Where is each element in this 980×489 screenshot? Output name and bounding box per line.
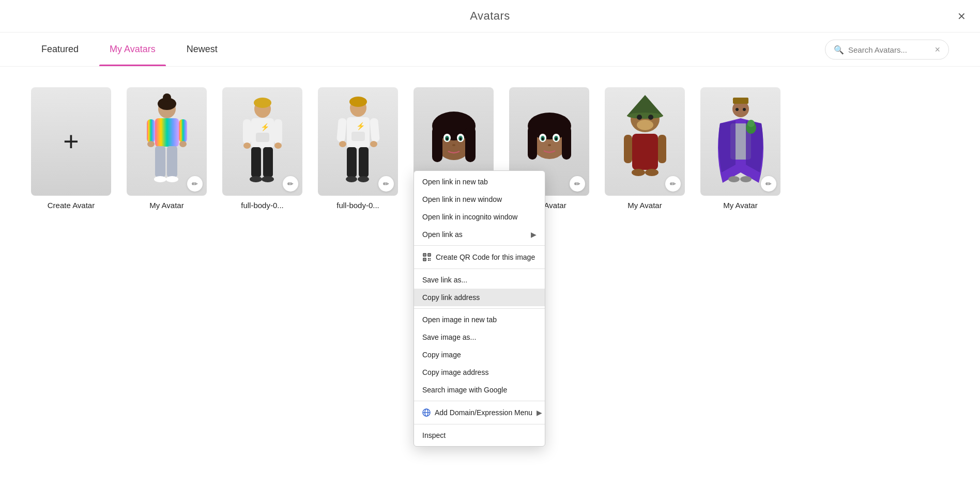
svg-rect-83 bbox=[424, 255, 425, 256]
svg-rect-28 bbox=[351, 132, 365, 141]
avatar-label-7: My Avatar bbox=[700, 201, 780, 210]
svg-point-23 bbox=[250, 176, 262, 182]
edit-button-7[interactable]: ✏ bbox=[761, 176, 776, 192]
ctx-save-link[interactable]: Save link as... bbox=[414, 271, 545, 289]
svg-rect-21 bbox=[251, 147, 261, 177]
svg-point-71 bbox=[645, 169, 659, 176]
avatar-card-3[interactable]: ⚡ ✏ full-body-0... bbox=[318, 87, 398, 210]
edit-button-6[interactable]: ✏ bbox=[665, 176, 681, 192]
svg-rect-3 bbox=[155, 118, 179, 147]
ctx-open-incognito[interactable]: Open link in incognito window bbox=[414, 208, 545, 226]
edit-button-1[interactable]: ✏ bbox=[187, 176, 203, 192]
svg-point-68 bbox=[637, 115, 642, 120]
svg-point-59 bbox=[555, 137, 557, 140]
ctx-inspect[interactable]: Inspect bbox=[414, 427, 545, 444]
svg-point-32 bbox=[339, 141, 346, 147]
svg-rect-75 bbox=[733, 98, 748, 104]
avatar-card-7[interactable]: ★ ★ ★ ✏ My Avatar bbox=[700, 87, 780, 210]
ctx-separator-1 bbox=[414, 245, 545, 246]
page-title: Avatars bbox=[470, 9, 510, 23]
avatar-image-1 bbox=[139, 92, 195, 191]
ctx-separator-3 bbox=[414, 308, 545, 309]
svg-rect-61 bbox=[632, 134, 658, 170]
qr-icon bbox=[422, 253, 432, 262]
svg-point-24 bbox=[262, 176, 274, 182]
search-icon: 🔍 bbox=[834, 44, 844, 54]
header: Avatars × bbox=[0, 0, 980, 33]
ctx-save-image[interactable]: Save image as... bbox=[414, 328, 545, 346]
svg-point-47 bbox=[460, 137, 462, 140]
svg-point-58 bbox=[542, 137, 544, 140]
avatar-image-7: ★ ★ ★ bbox=[712, 92, 769, 191]
svg-point-26 bbox=[349, 97, 367, 107]
create-avatar-card[interactable]: + Create Avatar bbox=[31, 87, 111, 210]
svg-point-33 bbox=[370, 141, 377, 147]
ctx-open-image-tab[interactable]: Open image in new tab bbox=[414, 311, 545, 328]
svg-point-79 bbox=[747, 120, 755, 127]
svg-rect-63 bbox=[658, 135, 666, 163]
ctx-create-qr[interactable]: Create QR Code for this image bbox=[414, 248, 545, 266]
avatar-thumb-3: ⚡ ✏ bbox=[318, 87, 398, 196]
avatar-image-3: ⚡ bbox=[330, 92, 387, 191]
ctx-arrow-open-link-as: ▶ bbox=[531, 230, 537, 239]
svg-rect-41 bbox=[465, 126, 476, 162]
svg-point-37 bbox=[358, 176, 369, 182]
svg-rect-85 bbox=[429, 255, 430, 256]
edit-button-3[interactable]: ✏ bbox=[378, 176, 394, 192]
ctx-separator-2 bbox=[414, 269, 545, 269]
svg-point-10 bbox=[154, 176, 166, 182]
avatar-thumb-2: ⚡ ✏ bbox=[222, 87, 302, 196]
svg-rect-4 bbox=[147, 119, 155, 143]
avatar-label-1: My Avatar bbox=[127, 201, 207, 210]
ctx-separator-5 bbox=[414, 424, 545, 424]
svg-point-13 bbox=[254, 98, 271, 108]
create-avatar-thumb[interactable]: + bbox=[31, 87, 111, 196]
tab-newest[interactable]: Newest bbox=[176, 33, 228, 66]
avatar-image-6 bbox=[617, 92, 673, 191]
svg-point-81 bbox=[740, 176, 752, 182]
svg-rect-18 bbox=[274, 119, 282, 144]
search-input[interactable] bbox=[848, 45, 931, 54]
svg-point-48 bbox=[452, 144, 455, 146]
svg-point-67 bbox=[637, 120, 653, 130]
svg-rect-15 bbox=[256, 133, 269, 142]
ctx-open-new-window[interactable]: Open link in new window bbox=[414, 191, 545, 208]
avatar-card-1[interactable]: ✏ My Avatar bbox=[127, 87, 207, 210]
svg-rect-9 bbox=[167, 146, 177, 177]
avatar-label-3: full-body-0... bbox=[318, 201, 398, 210]
close-button[interactable]: × bbox=[958, 9, 966, 23]
svg-point-60 bbox=[548, 144, 551, 146]
svg-rect-30 bbox=[336, 118, 347, 142]
svg-rect-62 bbox=[624, 135, 632, 163]
ctx-open-link-as[interactable]: Open link as ▶ bbox=[414, 226, 545, 243]
search-clear-button[interactable]: × bbox=[935, 44, 940, 55]
svg-point-2 bbox=[163, 93, 171, 102]
svg-point-20 bbox=[274, 143, 282, 149]
svg-point-7 bbox=[179, 141, 187, 147]
edit-button-2[interactable]: ✏ bbox=[283, 176, 298, 192]
ctx-copy-image[interactable]: Copy image bbox=[414, 346, 545, 364]
ctx-copy-link[interactable]: Copy link address bbox=[414, 289, 545, 306]
ctx-search-image[interactable]: Search image with Google bbox=[414, 381, 545, 399]
tab-my-avatars[interactable]: My Avatars bbox=[99, 33, 166, 66]
svg-point-36 bbox=[346, 176, 357, 182]
svg-rect-31 bbox=[370, 118, 380, 142]
avatar-thumb-1: ✏ bbox=[127, 87, 207, 196]
avatar-card-6[interactable]: ✏ My Avatar bbox=[605, 87, 685, 210]
edit-button-5[interactable]: ✏ bbox=[570, 176, 585, 192]
tab-featured[interactable]: Featured bbox=[31, 33, 89, 66]
domain-icon bbox=[422, 408, 431, 417]
ctx-separator-4 bbox=[414, 401, 545, 401]
tabs-row: Featured My Avatars Newest 🔍 × bbox=[0, 33, 980, 67]
svg-rect-40 bbox=[432, 126, 442, 162]
svg-point-6 bbox=[147, 141, 155, 147]
svg-rect-88 bbox=[428, 258, 429, 259]
ctx-copy-image-address[interactable]: Copy image address bbox=[414, 364, 545, 381]
svg-rect-5 bbox=[179, 119, 187, 143]
context-menu: Open link in new tab Open link in new wi… bbox=[414, 170, 545, 447]
ctx-add-domain[interactable]: Add Domain/Expression Menu ▶ bbox=[414, 403, 545, 422]
create-avatar-label: Create Avatar bbox=[31, 201, 111, 210]
ctx-open-new-tab[interactable]: Open link in new tab bbox=[414, 173, 545, 191]
avatar-card-2[interactable]: ⚡ ✏ full-body-0... bbox=[222, 87, 302, 210]
svg-point-69 bbox=[648, 115, 653, 120]
